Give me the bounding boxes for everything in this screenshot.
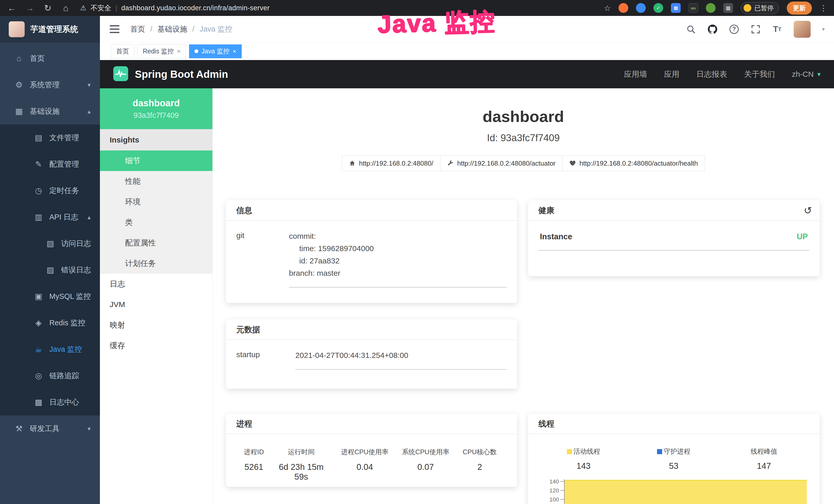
sba-menu-environment[interactable]: 环境: [100, 191, 213, 212]
tag-redis-monitor[interactable]: Redis 监控 ×: [137, 44, 186, 58]
cell-value: 5261: [236, 462, 271, 472]
sidebar-menu: ⌂ 首页 ⚙ 系统管理 ▾ ▦ 基础设施 ▴ ▤ 文件管理 ✎ 配置管: [0, 43, 100, 442]
metadata-card-title: 元数据: [226, 319, 517, 340]
security-label: 不安全: [90, 3, 111, 13]
y-tick-140: 140: [539, 478, 559, 485]
sba-section-jvm[interactable]: JVM: [100, 294, 213, 315]
health-row-label: Instance: [540, 232, 572, 241]
sidebar-item-label: 链路追踪: [49, 371, 79, 381]
font-size-icon[interactable]: TT: [772, 24, 782, 35]
hamburger-icon[interactable]: [110, 25, 119, 33]
sidebar-item-home[interactable]: ⌂ 首页: [0, 45, 100, 72]
sidebar-item-log-center[interactable]: ▩ 日志中心: [0, 389, 100, 415]
sidebar-item-error-log[interactable]: ▨ 错误日志: [0, 257, 100, 283]
timer-icon: ◷: [33, 186, 44, 196]
gear-icon: ⚙: [13, 80, 25, 90]
health-url-link[interactable]: http://192.168.0.2:48080/actuator/health: [562, 156, 705, 171]
sidebar-item-mysql-monitor[interactable]: ▣ MySQL 监控: [0, 283, 100, 310]
sidebar-item-label: 系统管理: [30, 80, 60, 90]
git-id-line: id: 27aa832: [289, 255, 507, 267]
threads-chart: 140 120 100: [539, 478, 809, 504]
process-col-proc-cpu: 进程CPU使用率 0.04: [331, 448, 399, 482]
sba-section-loggers[interactable]: 日志: [100, 274, 213, 294]
extension-leaf-icon[interactable]: [706, 3, 716, 13]
sidebar-item-system[interactable]: ⚙ 系统管理 ▾: [0, 72, 100, 98]
profile-paused-badge[interactable]: 已暂停: [741, 2, 779, 14]
sidebar-item-access-log[interactable]: ▧ 访问日志: [0, 230, 100, 257]
sba-logo-icon: [113, 66, 128, 82]
tag-java-monitor[interactable]: Java 监控 ×: [189, 44, 242, 58]
sidebar-item-trace[interactable]: ◎ 链路追踪: [0, 363, 100, 389]
extensions-puzzle-icon[interactable]: ▩: [723, 3, 733, 13]
cell-value: 6d 23h 15m 59s: [271, 462, 331, 482]
home-icon[interactable]: ⌂: [61, 3, 71, 13]
service-url-link[interactable]: http://192.168.0.2:48080/: [342, 156, 440, 171]
sidebar-item-devtools[interactable]: ⚒ 研发工具 ▾: [0, 415, 100, 442]
legend-value: 143: [539, 461, 629, 471]
locale-selector[interactable]: zh-CN ▾: [792, 70, 821, 78]
forward-icon[interactable]: →: [25, 3, 35, 13]
threads-card-title: 线程: [528, 414, 820, 434]
extension-on-switch-icon[interactable]: on: [688, 3, 698, 13]
fullscreen-icon[interactable]: [750, 24, 761, 35]
reload-icon[interactable]: ↻: [43, 3, 53, 13]
sba-menu-scheduled-tasks[interactable]: 计划任务: [100, 253, 213, 274]
sidebar-item-label: 首页: [30, 53, 45, 64]
logo-title: 芋道管理系统: [30, 24, 78, 35]
sidebar-item-redis-monitor[interactable]: ◈ Redis 监控: [0, 310, 100, 336]
sba-section-caches[interactable]: 缓存: [100, 335, 213, 356]
extension-fox-icon[interactable]: [618, 3, 628, 13]
sidebar-item-label: 日志中心: [49, 397, 79, 408]
bookmark-star-icon[interactable]: ☆: [604, 4, 611, 13]
link-label: http://192.168.0.2:48080/actuator: [457, 159, 555, 167]
instance-block[interactable]: dashboard 93a3fc7f7409: [100, 88, 213, 129]
health-history-icon[interactable]: ↺: [804, 200, 812, 221]
tick-mark: [561, 499, 564, 500]
tag-home[interactable]: 首页: [111, 44, 134, 58]
sba-section-mappings[interactable]: 映射: [100, 315, 213, 335]
breadcrumb-infra[interactable]: 基础设施: [157, 24, 187, 35]
sba-navbar: Spring Boot Admin 应用墙 应用 日志报表 关于我们 zh-CN…: [100, 60, 834, 88]
avatar-caret-icon[interactable]: ▾: [822, 26, 825, 32]
sidebar-logo[interactable]: 芋道管理系统: [0, 16, 100, 43]
menu-group-insights[interactable]: Insights: [100, 129, 213, 151]
close-icon[interactable]: ×: [177, 48, 180, 55]
sidebar-item-api-log[interactable]: ▥ API 日志 ▴: [0, 204, 100, 230]
breadcrumb-home[interactable]: 首页: [130, 24, 145, 35]
metadata-card: 元数据 startup 2021-04-27T00:44:31.254+08:0…: [226, 319, 517, 389]
sidebar-item-scheduled-job[interactable]: ◷ 定时任务: [0, 177, 100, 204]
close-icon[interactable]: ×: [233, 48, 236, 55]
sba-nav-journal[interactable]: 日志报表: [696, 69, 727, 79]
extension-check-icon[interactable]: ✓: [654, 3, 663, 13]
extension-grid-icon[interactable]: ▦: [671, 3, 681, 13]
sidebar-item-config-manage[interactable]: ✎ 配置管理: [0, 151, 100, 177]
dashboard-icon: ⌂: [13, 54, 25, 63]
address-bar[interactable]: ⚠ 不安全 | dashboard.yudao.iocoder.cn/infra…: [80, 3, 270, 13]
chrome-update-button[interactable]: 更新: [787, 2, 812, 15]
sidebar-item-infra[interactable]: ▦ 基础设施 ▴: [0, 98, 100, 124]
sidebar-item-label: 文件管理: [49, 133, 79, 143]
database-icon: ▣: [33, 292, 44, 301]
sba-menu-config-props[interactable]: 配置属性: [100, 233, 213, 253]
actuator-url-link[interactable]: http://192.168.0.2:48080/actuator: [440, 156, 563, 171]
back-icon[interactable]: ←: [7, 3, 17, 13]
sba-nav-applications[interactable]: 应用: [664, 69, 679, 79]
file-icon: ▤: [33, 133, 44, 142]
extension-drop-icon[interactable]: [636, 3, 646, 13]
search-icon[interactable]: [686, 24, 696, 35]
sba-nav-wallboard[interactable]: 应用墙: [624, 69, 647, 79]
browser-menu-icon[interactable]: ⋮: [820, 4, 827, 13]
sba-menu-metrics[interactable]: 性能: [100, 171, 213, 191]
help-icon[interactable]: ?: [729, 24, 739, 35]
sidebar-item-file-manage[interactable]: ▤ 文件管理: [0, 124, 100, 151]
github-icon[interactable]: [707, 24, 718, 35]
sba-menu-details[interactable]: 细节: [100, 151, 213, 171]
sba-menu-classes[interactable]: 类: [100, 212, 213, 233]
sba-nav-about[interactable]: 关于我们: [744, 69, 775, 79]
y-tick-120: 120: [539, 487, 559, 494]
sidebar-item-java-monitor[interactable]: ☕ Java 监控: [0, 336, 100, 363]
tag-label: Redis 监控: [143, 47, 174, 55]
user-avatar[interactable]: [794, 21, 811, 38]
chevron-down-icon: ▾: [817, 70, 821, 78]
breadcrumb: 首页 / 基础设施 / Java 监控: [130, 24, 232, 35]
